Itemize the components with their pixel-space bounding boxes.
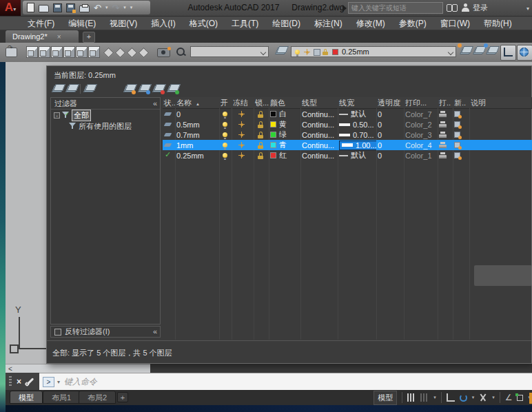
menu-item[interactable]: 格式(O) [183,17,225,30]
layout-tab[interactable]: 布局1 [43,391,80,404]
new-vp-freeze-icon[interactable] [454,132,460,138]
box-tool-icon[interactable] [63,46,75,58]
layer-color-cell[interactable]: 黄 [269,119,300,130]
invert-filter-checkbox[interactable] [54,329,61,336]
grip-dots-icon[interactable] [9,376,12,387]
save-icon[interactable] [53,3,62,12]
ucs-button[interactable] [500,45,516,61]
layer-transparency[interactable]: 0 [376,130,404,140]
view-combo[interactable] [190,46,269,57]
qat-customize-icon[interactable]: ▾ [130,5,133,10]
new-layer-icon[interactable] [124,84,134,93]
collapse-filters-icon[interactable]: « [153,98,157,109]
layer-on-bulb-icon[interactable] [223,122,227,127]
layer-name[interactable]: 0.5mm [175,119,219,130]
column-header[interactable]: 名称▲ [175,97,219,108]
tree-expander-icon[interactable]: - [54,112,60,119]
layout-tab[interactable]: 模型 [10,391,43,404]
help-search-input[interactable] [348,2,443,14]
layer-unlock-icon[interactable] [258,111,263,118]
visual-style-icon[interactable] [127,48,138,59]
layer-on-bulb-icon[interactable] [223,132,227,137]
titlebar-caret-icon[interactable]: ▾ [526,6,529,12]
column-header[interactable]: 新.. [453,97,469,108]
new-vp-freeze-icon[interactable] [454,111,460,117]
layer-name[interactable]: 0 [175,109,219,119]
new-vp-freeze-icon[interactable] [454,121,460,127]
polar-caret-icon[interactable]: ▾ [472,395,475,400]
column-header[interactable]: 冻结 [232,97,254,108]
filter-tree-item[interactable]: 所有使用的图层 [51,121,160,132]
user-icon[interactable] [462,3,469,12]
layer-on-bulb-icon[interactable] [223,153,227,158]
filter-tree-item[interactable]: -✓全部 [51,110,160,121]
new-file-icon[interactable] [27,3,34,12]
new-layout-button[interactable]: + [117,392,128,402]
menu-item[interactable]: 编辑(E) [61,17,103,30]
polar-tracking-icon[interactable] [460,394,467,402]
magnifier-icon[interactable] [176,48,185,56]
menu-item[interactable]: 绘图(D) [265,17,307,30]
command-input[interactable]: > ▾ 键入命令 [39,373,532,390]
layer-linetype[interactable]: Continu... [300,109,338,119]
search-go-icon[interactable] [342,5,347,12]
menu-item[interactable]: 文件(F) [21,17,61,30]
column-header[interactable]: 透明度 [376,97,404,108]
column-header[interactable]: 打印... [404,97,438,108]
layer-transparency[interactable]: 0 [376,109,404,119]
menu-item[interactable]: 标注(N) [307,17,349,30]
table-row[interactable]: 0 白 Continu... 默认 0 Color_7 [163,109,532,119]
layer-color-cell[interactable]: 白 [269,109,300,119]
layer-freeze-sun-icon[interactable] [238,132,245,138]
printer-icon[interactable] [439,152,447,158]
printer-icon[interactable] [439,142,447,148]
box-tool-icon[interactable] [76,46,88,58]
new-property-filter-icon[interactable] [52,84,63,93]
open-file-icon[interactable] [39,5,49,12]
layer-name[interactable]: 1mm [175,140,219,150]
collapse-invert-icon[interactable]: « [153,327,157,336]
layer-name[interactable]: 0.7mm [175,130,219,140]
column-header[interactable]: 线型 [300,97,338,108]
undo-caret-icon[interactable]: ▾ [105,5,108,10]
menu-item[interactable]: 修改(M) [349,17,392,30]
column-header[interactable]: 锁... [254,97,269,108]
layer-linetype[interactable]: Continu... [300,150,338,161]
box-tool-icon[interactable] [51,46,63,58]
column-header[interactable]: 打.. [438,97,453,108]
layer-freeze-sun-icon[interactable] [238,152,245,158]
ortho-mode-icon[interactable] [447,393,455,402]
close-command-icon[interactable]: × [17,377,21,387]
new-vp-freeze-icon[interactable] [454,152,460,158]
document-tab[interactable]: Drawing2*× [6,30,79,43]
layer-lineweight[interactable]: 默认 [338,150,376,161]
undo-icon[interactable]: ↶ [94,3,101,12]
tab-close-icon[interactable]: × [57,33,61,41]
layer-color-cell[interactable]: 青 [269,140,300,150]
printer-icon[interactable] [439,121,447,127]
column-header[interactable]: 线宽 [338,97,376,108]
box-tool-icon[interactable] [39,46,50,58]
layer-color-cell[interactable]: 绿 [269,130,300,140]
layer-freeze-sun-icon[interactable] [238,121,245,127]
layer-states-manager-icon[interactable] [84,84,94,93]
box-tool-icon[interactable] [26,46,38,58]
layer-lineweight[interactable]: 1.00... [338,140,376,150]
menu-item[interactable]: 工具(T) [225,17,265,30]
table-row[interactable]: 0.7mm 绿 Continu... 0.70... 0 Color_3 [163,130,532,140]
annotation-angle-icon[interactable]: ∠ [505,393,513,402]
table-row[interactable]: 0.25mm 红 Continu... 默认 0 Color_1 [163,150,532,161]
camera-icon[interactable] [157,48,170,57]
layer-lineweight[interactable]: 0.50... [338,119,376,130]
layer-freeze-sun-icon[interactable] [238,142,245,148]
object-snap-icon[interactable] [517,395,523,401]
wrench-icon[interactable] [27,378,34,385]
delete-layer-icon[interactable] [153,84,163,93]
autocad-logo-icon[interactable]: A▾ [0,0,21,16]
layer-transparency[interactable]: 0 [376,140,404,150]
iso-caret-icon[interactable]: ▾ [492,395,495,400]
new-document-tab-button[interactable]: + [83,32,95,43]
layer-transparency[interactable]: 0 [376,119,404,130]
layer-on-bulb-icon[interactable] [223,112,227,116]
box-tool-icon[interactable] [88,46,100,58]
